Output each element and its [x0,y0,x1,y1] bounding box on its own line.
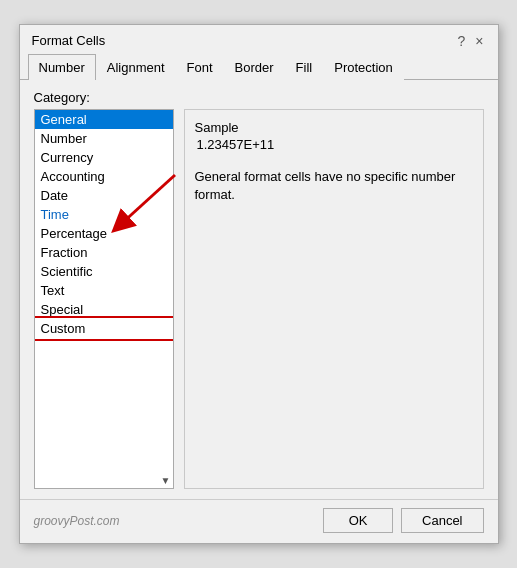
category-item-general[interactable]: General [35,110,173,129]
cancel-button[interactable]: Cancel [401,508,483,533]
category-item-currency[interactable]: Currency [35,148,173,167]
tab-alignment[interactable]: Alignment [96,54,176,80]
category-item-custom[interactable]: Custom [35,319,173,338]
category-panel[interactable]: GeneralNumberCurrencyAccountingDateTimeP… [34,109,174,489]
category-item-fraction[interactable]: Fraction [35,243,173,262]
category-item-special[interactable]: Special [35,300,173,319]
help-button[interactable]: ? [456,34,468,48]
sample-section: Sample 1.23457E+11 [195,120,473,160]
format-cells-dialog: Format Cells ? × NumberAlignmentFontBord… [19,24,499,544]
sample-value: 1.23457E+11 [195,137,473,152]
category-item-date[interactable]: Date [35,186,173,205]
tabs-bar: NumberAlignmentFontBorderFillProtection [20,54,498,80]
footer-buttons: OK Cancel [323,508,483,533]
category-item-time[interactable]: Time [35,205,173,224]
tab-border[interactable]: Border [224,54,285,80]
brand-label: groovyPost.com [34,514,120,528]
tab-protection[interactable]: Protection [323,54,404,80]
category-item-scientific[interactable]: Scientific [35,262,173,281]
main-row: GeneralNumberCurrencyAccountingDateTimeP… [34,109,484,489]
dialog-title: Format Cells [32,33,106,48]
tab-fill[interactable]: Fill [285,54,324,80]
tab-font[interactable]: Font [176,54,224,80]
category-item-number[interactable]: Number [35,129,173,148]
scrollbar-down-arrow: ▼ [161,475,171,486]
sample-label: Sample [195,120,473,135]
description-text: General format cells have no specific nu… [195,168,473,204]
ok-button[interactable]: OK [323,508,393,533]
right-panel: Sample 1.23457E+11 General format cells … [184,109,484,489]
tab-number[interactable]: Number [28,54,96,80]
category-item-accounting[interactable]: Accounting [35,167,173,186]
category-list: GeneralNumberCurrencyAccountingDateTimeP… [35,110,173,338]
dialog-footer: groovyPost.com OK Cancel [20,499,498,543]
close-button[interactable]: × [473,34,485,48]
title-bar: Format Cells ? × [20,25,498,52]
dialog-content: Category: GeneralNumberCurrencyAccountin… [20,80,498,499]
category-item-percentage[interactable]: Percentage [35,224,173,243]
title-bar-icons: ? × [456,34,486,48]
category-label: Category: [34,90,484,105]
category-item-text[interactable]: Text [35,281,173,300]
